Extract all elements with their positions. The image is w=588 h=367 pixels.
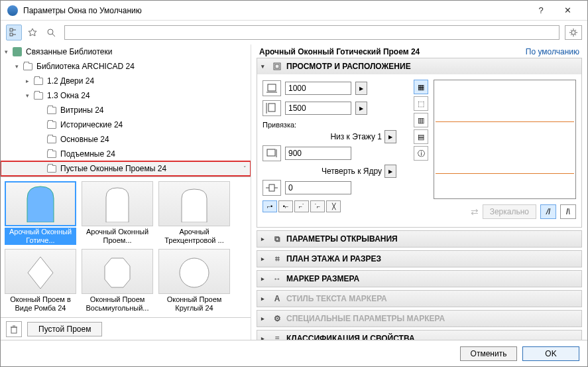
pv-section-icon[interactable]: ▤ — [414, 129, 428, 144]
anchor1-popup-button[interactable]: ▶ — [384, 130, 396, 143]
tree-label: Подъемные 24 — [60, 149, 115, 159]
tree-windows[interactable]: ▾ 1.3 Окна 24 — [1, 88, 251, 103]
folder-icon — [47, 151, 56, 158]
thumb-item-3[interactable]: Оконный Проем в Виде Ромба 24 — [3, 249, 78, 313]
width-icon — [263, 80, 281, 96]
tree-sub-2[interactable]: Основные 24 — [1, 132, 251, 147]
tree-lib[interactable]: ▾ Библиотека ARCHICAD 24 — [1, 59, 251, 74]
pv-2d-icon[interactable]: ▦ — [414, 80, 428, 94]
thumb-preview — [82, 181, 153, 226]
height-input[interactable] — [285, 102, 351, 115]
expand-icon[interactable]: ▸ — [26, 78, 34, 84]
default-link[interactable]: По умолчанию — [526, 47, 579, 56]
pv-front-icon[interactable]: ▥ — [414, 113, 428, 127]
section-header[interactable]: ▸ ⧉ ПАРАМЕТРЫ ОТКРЫВАНИЯ — [257, 231, 581, 247]
expand-icon[interactable]: ▾ — [26, 92, 34, 99]
thumbnail-grid[interactable]: Арочный Оконный Готиче... Арочный Оконны… — [1, 177, 251, 317]
snap-btn-3[interactable]: ⌐˙ — [294, 200, 309, 212]
settings-pane: Арочный Оконный Готический Проем 24 По у… — [251, 44, 587, 340]
section-header: ▸ ⚙ СПЕЦИАЛЬНЫЕ ПАРАМЕТРЫ МАРКЕРА — [257, 311, 581, 327]
thumb-item-0[interactable]: Арочный Оконный Готиче... — [3, 181, 78, 245]
snap-btn-1[interactable]: ⌐• — [263, 200, 277, 212]
settings-icon: ⚙ — [272, 313, 282, 324]
close-button[interactable]: ✕ — [554, 1, 581, 21]
search-input[interactable] — [64, 25, 559, 40]
expand-icon[interactable]: ▾ — [15, 63, 23, 70]
anchor1-label-row: Низ к Этажу 1 ▶ — [263, 130, 408, 143]
expand-icon[interactable]: ▾ — [5, 48, 13, 55]
expand-icon: ▸ — [261, 236, 268, 242]
section-header[interactable]: ▸ ≡ КЛАССИФИКАЦИЯ И СВОЙСТВА — [257, 330, 581, 340]
tree-mode-button[interactable] — [6, 25, 22, 40]
cancel-button[interactable]: Отменить — [460, 346, 517, 361]
preview-canvas[interactable] — [434, 80, 576, 199]
help-button[interactable]: ? — [528, 1, 554, 21]
left-footer: Пустой Проем — [1, 317, 251, 340]
section-header[interactable]: ▸ ↔ МАРКЕР РАЗМЕРА — [257, 271, 581, 287]
folder-icon — [47, 121, 56, 129]
thumb-item-2[interactable]: Арочный Трехцентровой ... — [157, 181, 231, 245]
folder-icon — [23, 63, 32, 70]
anchor2-popup-button[interactable]: ▶ — [384, 165, 396, 178]
floorplan-icon: ⌗ — [272, 254, 282, 264]
tree-sub-3[interactable]: Подъемные 24 — [1, 147, 251, 161]
thumb-item-4[interactable]: Оконный Проем Восьмиугольный... — [80, 249, 154, 313]
thumb-caption: Арочный Оконный Проем... — [82, 228, 153, 245]
thumb-item-1[interactable]: Арочный Оконный Проем... — [80, 181, 154, 245]
tree-root[interactable]: ▾ Связанные Библиотеки — [1, 44, 251, 59]
flip-b-button[interactable]: l\ — [560, 204, 576, 219]
snap-btn-5[interactable]: ╳ — [326, 200, 341, 212]
favorite-button[interactable] — [25, 25, 40, 40]
thumb-item-5[interactable]: Оконный Проем Круглый 24 — [157, 249, 231, 313]
empty-opening-button[interactable]: Пустой Проем — [27, 322, 102, 336]
tree-sub-4-selected[interactable]: Пустые Оконные Проемы 24 ˅ — [1, 161, 251, 176]
thumb-preview — [5, 249, 76, 294]
element-header: Арочный Оконный Готический Проем 24 По у… — [251, 47, 587, 56]
flip-a-button[interactable]: /l — [540, 204, 556, 219]
chevron-down-icon[interactable]: ˅ — [243, 165, 247, 172]
search-button[interactable] — [43, 25, 59, 40]
section-title: ПАРАМЕТРЫ ОТКРЫВАНИЯ — [286, 234, 398, 244]
anchor1-input[interactable] — [285, 147, 351, 160]
snap-btn-2[interactable]: •⌐ — [278, 200, 293, 212]
pv-3d-icon[interactable]: ⬚ — [414, 96, 428, 111]
height-icon — [263, 100, 281, 116]
collapse-icon: ▾ — [261, 63, 268, 70]
library-tree[interactable]: ▾ Связанные Библиотеки ▾ Библиотека ARCH… — [1, 44, 251, 177]
titlebar: Параметры Окна по Умолчанию ? ✕ — [1, 1, 587, 21]
anchor2-label: Четверть к Ядру — [322, 167, 382, 176]
anchor2-input[interactable] — [285, 181, 351, 194]
preview-toolbar: ▦ ⬚ ▥ ▤ ⓘ — [414, 80, 428, 161]
snap-btn-4[interactable]: ˙⌐ — [310, 200, 325, 212]
mirror-plane-icon[interactable]: ⇄ — [471, 206, 479, 217]
section-header[interactable]: ▸ ⌗ ПЛАН ЭТАЖА И РАЗРЕЗ — [257, 251, 581, 267]
section-header[interactable]: ▾ ПРОСМОТР И РАСПОЛОЖЕНИЕ — [257, 58, 581, 74]
tree-label: Исторические 24 — [60, 120, 123, 129]
section-title: МАРКЕР РАЗМЕРА — [286, 274, 359, 283]
folder-icon — [34, 92, 43, 100]
svg-rect-11 — [269, 184, 274, 191]
trash-button[interactable] — [6, 321, 22, 337]
mirror-button[interactable]: Зеркально — [483, 204, 536, 219]
section-header: ▸ A СТИЛЬ ТЕКСТА МАРКЕРА — [257, 291, 581, 307]
window-title: Параметры Окна по Умолчанию — [23, 6, 528, 15]
width-input[interactable] — [285, 82, 351, 95]
opening-icon: ⧉ — [272, 234, 282, 244]
tree-sub-1[interactable]: Исторические 24 — [1, 117, 251, 132]
thumb-caption: Оконный Проем Круглый 24 — [158, 295, 230, 313]
tree-label: 1.2 Двери 24 — [47, 76, 94, 86]
ok-button[interactable]: OK — [522, 346, 579, 361]
expand-icon: ▸ — [261, 315, 268, 322]
list-icon: ≡ — [272, 333, 282, 340]
thumb-caption: Арочный Оконный Готиче... — [5, 228, 76, 245]
height-popup-button[interactable]: ▶ — [355, 102, 367, 115]
tree-sub-0[interactable]: Витрины 24 — [1, 103, 251, 117]
settings-button[interactable] — [565, 25, 582, 40]
tree-doors[interactable]: ▸ 1.2 Двери 24 — [1, 74, 251, 88]
width-popup-button[interactable]: ▶ — [355, 82, 367, 95]
pv-info-icon[interactable]: ⓘ — [414, 146, 428, 161]
expand-icon: ▸ — [261, 256, 268, 262]
svg-rect-7 — [275, 64, 279, 68]
thumb-caption: Арочный Трехцентровой ... — [158, 228, 230, 245]
svg-rect-9 — [268, 104, 275, 111]
